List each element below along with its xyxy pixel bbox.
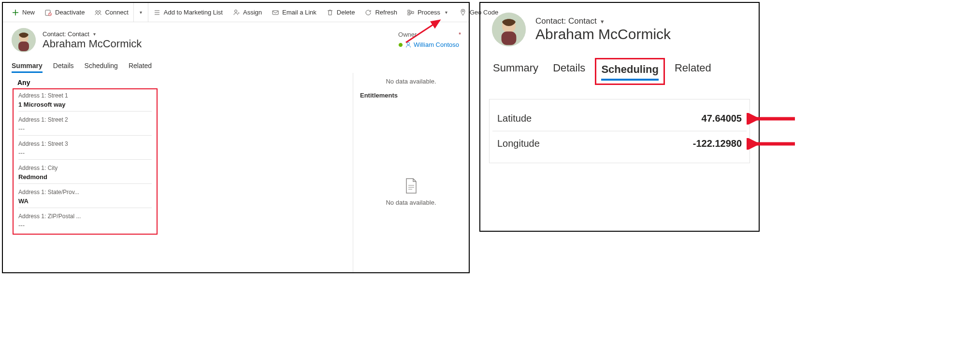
field-state[interactable]: Address 1: State/Prov... WA (14, 186, 157, 210)
assign-label: Assign (243, 9, 262, 16)
right-panel: Contact: Contact ▾ Abraham McCormick Sum… (479, 2, 760, 232)
field-value: 1 Microsoft way (18, 99, 152, 112)
refresh-label: Refresh (375, 9, 397, 16)
entity-breadcrumb[interactable]: Contact: Contact ▾ (535, 16, 671, 26)
connect-icon (94, 9, 102, 16)
delete-button[interactable]: Delete (321, 3, 360, 22)
delete-label: Delete (337, 9, 355, 16)
entitlements-title: Entitlements (360, 92, 462, 99)
field-value: --- (18, 123, 152, 136)
plus-icon (12, 9, 19, 16)
required-indicator: * (459, 31, 461, 38)
connect-dropdown[interactable]: ▾ (133, 3, 148, 22)
svg-rect-13 (18, 42, 29, 51)
avatar (492, 13, 526, 46)
main-column: Any Address 1: Street 1 1 Microsoft way … (3, 73, 353, 272)
assign-button[interactable]: Assign (228, 3, 267, 22)
tab-summary[interactable]: Summary (12, 59, 43, 72)
owner-label: Owner (398, 31, 417, 38)
svg-point-2 (96, 10, 98, 12)
field-label: Address 1: City (18, 165, 152, 171)
record-header: Contact: Contact ▾ Abraham McCormick (480, 3, 759, 49)
field-zip[interactable]: Address 1: ZIP/Postal ... --- (14, 210, 157, 234)
deactivate-label: Deactivate (55, 9, 85, 16)
side-column: No data available. Entitlements No data … (353, 73, 469, 272)
annotation-highlight: Scheduling (595, 58, 665, 85)
tab-summary[interactable]: Summary (493, 59, 538, 80)
entity-breadcrumb[interactable]: Contact: Contact ▾ (43, 30, 142, 38)
tab-scheduling[interactable]: Scheduling (85, 59, 118, 72)
chevron-down-icon: ▾ (599, 18, 606, 25)
assign-icon (232, 9, 240, 16)
process-label: Process (418, 9, 440, 16)
person-icon (405, 42, 412, 48)
tab-related[interactable]: Related (129, 59, 152, 72)
field-label: Address 1: Street 2 (18, 116, 152, 123)
refresh-button[interactable]: Refresh (360, 3, 402, 22)
process-icon (407, 9, 415, 16)
longitude-row[interactable]: Longitude -122.12980 (492, 131, 747, 156)
svg-rect-5 (273, 11, 278, 14)
list-icon (153, 9, 161, 16)
field-value: WA (18, 196, 152, 208)
entitlements-empty: No data available. (360, 116, 462, 267)
field-label: Address 1: Street 3 (18, 140, 152, 147)
owner-field[interactable]: Owner * William Contoso (398, 31, 459, 48)
new-button[interactable]: New (7, 3, 40, 22)
connect-label: Connect (105, 9, 128, 16)
annotation-arrow-icon (747, 113, 800, 125)
field-label: Latitude (497, 113, 532, 124)
section-title: Any (13, 77, 349, 88)
entity-label: Contact: Contact (535, 16, 597, 26)
email-icon (272, 9, 279, 16)
tab-details[interactable]: Details (53, 59, 74, 72)
document-icon (404, 178, 418, 194)
field-value: -122.12980 (693, 138, 742, 149)
svg-rect-17 (502, 31, 517, 45)
address-fields-box: Address 1: Street 1 1 Microsoft way Addr… (13, 88, 158, 235)
tab-scheduling[interactable]: Scheduling (601, 60, 659, 79)
deactivate-icon (44, 9, 52, 16)
trash-icon (326, 9, 334, 16)
owner-value: William Contoso (414, 41, 459, 48)
field-city[interactable]: Address 1: City Redmond (14, 162, 157, 186)
email-link-button[interactable]: Email a Link (267, 3, 321, 22)
chevron-down-icon: ▾ (91, 31, 98, 37)
latitude-row[interactable]: Latitude 47.64005 (492, 106, 747, 131)
svg-point-4 (234, 10, 237, 12)
connect-button[interactable]: Connect (89, 3, 133, 22)
scheduling-card: Latitude 47.64005 Longitude -122.12980 (489, 99, 750, 163)
no-data-text: No data available. (360, 78, 462, 85)
svg-rect-7 (408, 13, 410, 15)
tab-related[interactable]: Related (675, 59, 711, 80)
presence-icon (398, 42, 403, 47)
avatar (12, 28, 36, 52)
svg-point-14 (407, 42, 409, 44)
svg-point-3 (99, 10, 101, 12)
field-value: Redmond (18, 171, 152, 184)
field-street3[interactable]: Address 1: Street 3 --- (14, 138, 157, 162)
svg-point-9 (462, 10, 463, 12)
annotation-arrow-icon (747, 138, 800, 150)
entity-label: Contact: Contact (43, 30, 89, 38)
field-street1[interactable]: Address 1: Street 1 1 Microsoft way (14, 89, 157, 113)
deactivate-button[interactable]: Deactivate (40, 3, 89, 22)
record-header: Contact: Contact ▾ Abraham McCormick Own… (3, 22, 469, 55)
field-label: Address 1: State/Prov... (18, 189, 152, 196)
chevron-down-icon: ▾ (443, 10, 449, 15)
record-title: Abraham McCormick (535, 26, 671, 42)
command-bar: New Deactivate Connect ▾ Add to Marketin… (3, 3, 469, 22)
field-label: Address 1: ZIP/Postal ... (18, 213, 152, 220)
field-value: --- (18, 220, 152, 232)
field-label: Longitude (497, 138, 540, 149)
no-data-text: No data available. (386, 199, 436, 206)
tab-details[interactable]: Details (553, 59, 585, 80)
tabs: Summary Details Scheduling Related (489, 49, 750, 84)
form-body: Any Address 1: Street 1 1 Microsoft way … (3, 73, 469, 272)
svg-rect-6 (408, 10, 410, 12)
field-label: Address 1: Street 1 (18, 92, 152, 99)
field-value: 47.64005 (702, 113, 742, 124)
add-marketing-button[interactable]: Add to Marketing List (148, 3, 228, 22)
field-street2[interactable]: Address 1: Street 2 --- (14, 113, 157, 138)
add-marketing-label: Add to Marketing List (164, 9, 223, 16)
